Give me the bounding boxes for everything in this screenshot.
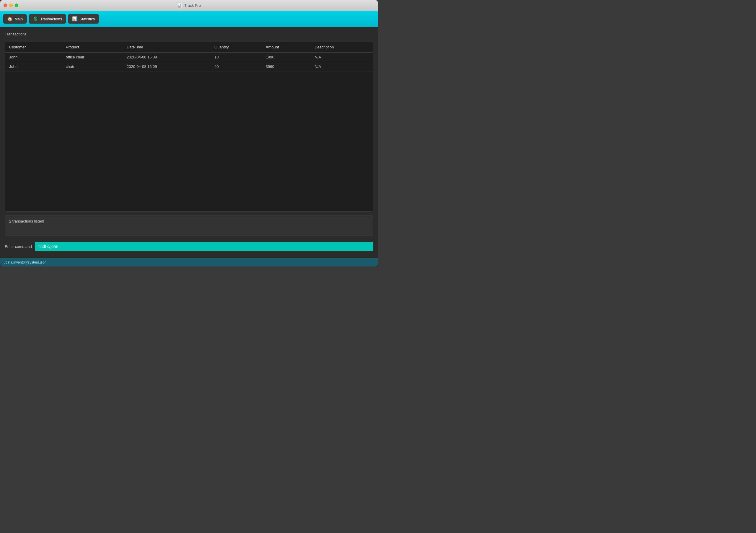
command-label: Enter command bbox=[5, 244, 32, 249]
status-bar: 2 transactions listed! bbox=[5, 215, 373, 236]
col-amount: Amount bbox=[262, 42, 311, 53]
dollar-icon: 💲 bbox=[33, 16, 39, 21]
transactions-table: Customer Product DateTime Quantity Amoun… bbox=[5, 42, 373, 71]
col-quantity: Quantity bbox=[210, 42, 262, 53]
main-button[interactable]: 🏠 Main bbox=[3, 14, 27, 24]
minimize-button[interactable] bbox=[9, 4, 13, 7]
col-description: Description bbox=[310, 42, 373, 53]
window-title: 📊 iTrack Pro bbox=[177, 3, 201, 8]
col-product: Product bbox=[62, 42, 122, 53]
footer-path: ./data/inventorysystem.json bbox=[4, 260, 46, 265]
traffic-lights bbox=[4, 4, 18, 7]
app-icon: 📊 bbox=[177, 3, 182, 8]
status-message: 2 transactions listed! bbox=[9, 219, 44, 223]
command-input[interactable] bbox=[35, 242, 373, 251]
table-row: Johnoffice chair2020-04-08 15:09101990N/… bbox=[5, 53, 373, 62]
main-content: Transactions Customer Product DateTime Q… bbox=[0, 27, 378, 258]
chart-icon: 📊 bbox=[72, 16, 78, 21]
close-button[interactable] bbox=[4, 4, 7, 7]
cell-0-0: John bbox=[5, 53, 62, 62]
transactions-table-container: Customer Product DateTime Quantity Amoun… bbox=[5, 41, 373, 212]
cell-1-2: 2020-04-08 15:09 bbox=[122, 62, 210, 71]
cell-1-3: 40 bbox=[210, 62, 262, 71]
col-datetime: DateTime bbox=[122, 42, 210, 53]
title-bar: 📊 iTrack Pro bbox=[0, 0, 378, 11]
cell-0-5: N/A bbox=[310, 53, 373, 62]
cell-1-1: chair bbox=[62, 62, 122, 71]
command-row: Enter command bbox=[5, 239, 373, 254]
cell-0-1: office chair bbox=[62, 53, 122, 62]
cell-0-4: 1990 bbox=[262, 53, 311, 62]
table-header-row: Customer Product DateTime Quantity Amoun… bbox=[5, 42, 373, 53]
section-label: Transactions bbox=[5, 32, 373, 36]
cell-1-0: John bbox=[5, 62, 62, 71]
transactions-button[interactable]: 💲 Transactions bbox=[29, 14, 66, 24]
cell-1-4: 3560 bbox=[262, 62, 311, 71]
table-row: Johnchair2020-04-08 15:09403560N/A bbox=[5, 62, 373, 71]
maximize-button[interactable] bbox=[15, 4, 18, 7]
statistics-button[interactable]: 📊 Statistics bbox=[68, 14, 99, 24]
cell-0-3: 10 bbox=[210, 53, 262, 62]
col-customer: Customer bbox=[5, 42, 62, 53]
cell-0-2: 2020-04-08 15:09 bbox=[122, 53, 210, 62]
toolbar: 🏠 Main 💲 Transactions 📊 Statistics bbox=[0, 11, 378, 27]
footer-bar: ./data/inventorysystem.json bbox=[0, 258, 378, 266]
app-window: 📊 iTrack Pro 🏠 Main 💲 Transactions 📊 Sta… bbox=[0, 0, 378, 266]
home-icon: 🏠 bbox=[7, 16, 13, 21]
cell-1-5: N/A bbox=[310, 62, 373, 71]
